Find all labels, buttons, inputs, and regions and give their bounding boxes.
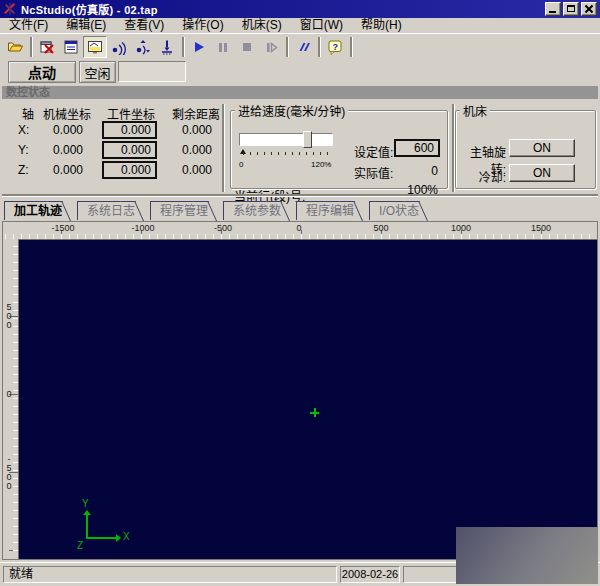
toolbar-separator <box>350 37 352 57</box>
step-icon <box>263 39 279 55</box>
menu-bar: 文件(F) 编辑(E) 查看(V) 操作(O) 机床(S) 窗口(W) 帮助(H… <box>0 18 600 33</box>
x-axis-label: X <box>123 531 130 542</box>
menu-help[interactable]: 帮助(H) <box>352 18 411 33</box>
message-box <box>118 61 186 82</box>
ruler-label: -1000 <box>121 223 165 233</box>
set-origin-icon <box>135 39 151 55</box>
divider <box>2 194 598 196</box>
col-header-machine: 机械坐标 <box>42 105 92 122</box>
simulate-icon <box>295 39 311 55</box>
pause-icon <box>215 39 231 55</box>
menu-view[interactable]: 查看(V) <box>115 18 173 33</box>
ruler-label: -1500 <box>41 223 85 233</box>
tool-calibration-button[interactable] <box>155 36 179 58</box>
toolbar-separator <box>30 37 32 57</box>
tab-system-params[interactable]: 系统参数 <box>223 201 282 220</box>
open-file-icon <box>7 39 24 55</box>
close-file-button[interactable] <box>35 36 59 58</box>
ruler-label: 0 <box>4 389 14 398</box>
remain-y: 0.000 <box>164 141 212 159</box>
machining-canvas[interactable]: Y X Z <box>18 239 597 559</box>
set-value-field[interactable]: 600 <box>394 139 440 157</box>
axis-y-label: Y: <box>18 141 34 159</box>
slider-thumb[interactable] <box>303 131 312 148</box>
open-file-button[interactable] <box>3 36 27 58</box>
toolbar-separator <box>182 37 184 57</box>
minimize-icon <box>549 11 556 13</box>
set-origin-button[interactable] <box>131 36 155 58</box>
axis-x-label: X: <box>18 121 34 139</box>
z-axis-label: Z <box>77 540 83 551</box>
status-message: 就绪 <box>3 566 337 583</box>
close-icon <box>584 4 594 14</box>
machine-coord-y: 0.000 <box>35 141 83 159</box>
tab-io-status[interactable]: I/O状态 <box>369 201 420 220</box>
axis-triad: Y X Z <box>71 504 135 560</box>
menu-machine[interactable]: 机床(S) <box>233 18 291 33</box>
ruler-label: 500 <box>4 302 14 329</box>
spindle-on-button[interactable]: ON <box>509 139 575 157</box>
ruler-label: -500 <box>201 223 245 233</box>
tab-label: 系统参数 <box>233 204 281 218</box>
vertical-ruler <box>3 239 18 559</box>
show-info-button[interactable] <box>59 36 83 58</box>
tool-calibration-icon <box>159 39 175 55</box>
tab-program-editor[interactable]: 程序编辑 <box>296 201 355 220</box>
app-window: NcStudio(仿真版) - 02.tap 文件(F) 编辑(E) 查看(V)… <box>0 0 600 586</box>
actual-value: 0 <box>394 164 438 178</box>
divider <box>222 104 224 192</box>
ruler-label: 0 <box>277 223 321 233</box>
back-to-origin-icon <box>111 39 127 55</box>
simulate-button[interactable] <box>291 36 315 58</box>
tab-system-log[interactable]: 系统日志 <box>77 201 136 220</box>
ruler-label: 1500 <box>519 223 563 233</box>
ruler-label: 500 <box>359 223 403 233</box>
cnc-status-panel: 轴 机械坐标 工件坐标 剩余距离 X: 0.000 0.000 0.000 Y:… <box>2 100 598 198</box>
svg-text:?: ? <box>333 42 339 52</box>
x-axis-arrow-icon <box>116 534 121 542</box>
y-axis-label: Y <box>82 498 89 509</box>
set-value-label: 设定值: <box>354 143 393 160</box>
close-button[interactable] <box>581 2 597 16</box>
tab-label: 程序管理 <box>160 204 208 218</box>
tab-program-manager[interactable]: 程序管理 <box>150 201 209 220</box>
back-to-origin-button[interactable] <box>107 36 131 58</box>
minimize-button[interactable] <box>545 2 561 16</box>
toolbar-separator <box>318 37 320 57</box>
work-coord-x-field[interactable]: 0.000 <box>102 121 157 139</box>
menu-window[interactable]: 窗口(W) <box>291 18 352 33</box>
work-coord-z-field[interactable]: 0.000 <box>102 161 157 179</box>
divider <box>452 104 454 192</box>
actual-value-label: 实际值: <box>354 164 393 181</box>
coolant-label: 冷却: <box>456 168 506 185</box>
help-button[interactable]: ? <box>323 36 347 58</box>
slider-min-label: 0 <box>239 160 243 169</box>
close-file-icon <box>39 39 55 55</box>
maximize-button[interactable] <box>563 2 579 16</box>
window-title: NcStudio(仿真版) - 02.tap <box>21 1 158 17</box>
remain-z: 0.000 <box>164 161 212 179</box>
axis-z-label: Z: <box>18 161 34 179</box>
tab-machining-track[interactable]: 加工轨迹 <box>4 201 63 220</box>
col-header-axis: 轴 <box>14 105 42 122</box>
start-button[interactable] <box>187 36 211 58</box>
trace-view-button[interactable] <box>83 36 107 58</box>
ruler-label: 1000 <box>439 223 483 233</box>
work-coord-y-field[interactable]: 0.000 <box>102 141 157 159</box>
horizontal-ruler: -1500 -1000 -500 0 500 1000 1500 <box>3 222 597 239</box>
menu-file[interactable]: 文件(F) <box>0 18 57 33</box>
tab-label: 系统日志 <box>87 204 135 218</box>
pause-button[interactable] <box>211 36 235 58</box>
feed-override-slider[interactable] <box>239 133 333 146</box>
y-axis-line <box>86 514 88 539</box>
menu-edit[interactable]: 编辑(E) <box>57 18 115 33</box>
menu-operate[interactable]: 操作(O) <box>173 18 232 33</box>
machine-group-title: 机床 <box>460 102 490 119</box>
slider-max-label: 120% <box>311 160 331 169</box>
mode-indicator: 点动 <box>8 61 76 83</box>
cnc-status-caption: 数控状态 <box>2 86 598 99</box>
coolant-on-button[interactable]: ON <box>509 164 575 182</box>
step-button[interactable] <box>259 36 283 58</box>
stop-button[interactable] <box>235 36 259 58</box>
status-date: 2008-02-26 <box>340 566 400 583</box>
